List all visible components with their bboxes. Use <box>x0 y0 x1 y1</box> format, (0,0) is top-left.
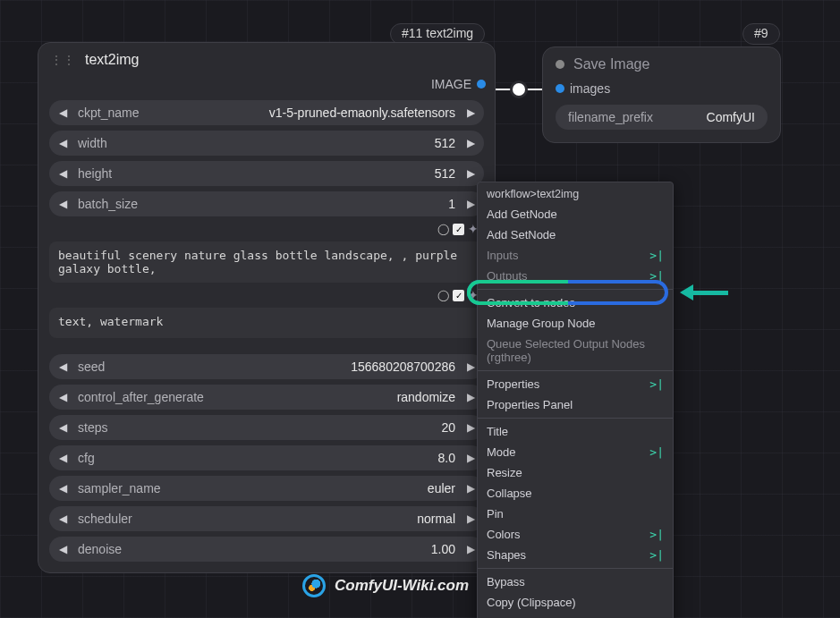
menu-item-label: Inputs <box>487 249 518 262</box>
prompt-neg-tools: ◯ ✓ ✦ <box>49 288 484 302</box>
chevron-left-icon[interactable] <box>55 198 71 210</box>
logo-icon <box>302 574 326 597</box>
menu-separator <box>478 568 673 569</box>
context-menu-item[interactable]: Inputs>| <box>478 245 673 266</box>
params-top: ckpt_name v1-5-pruned-emaonly.safetensor… <box>38 97 495 572</box>
circle-icon[interactable]: ◯ <box>437 289 449 301</box>
chevron-left-icon[interactable] <box>55 482 71 495</box>
menu-item-label: Properties <box>487 377 539 391</box>
chevron-right-icon[interactable] <box>462 106 479 119</box>
menu-item-label: Outputs <box>487 269 528 283</box>
context-menu-item[interactable]: Convert to nodes <box>478 292 673 313</box>
node-text2img[interactable]: ⋮⋮ text2img IMAGE ckpt_name v1-5-pruned-… <box>38 42 496 573</box>
output-port-row: IMAGE <box>38 75 495 97</box>
context-menu-item[interactable]: Title <box>478 421 673 442</box>
param-height[interactable]: height 512 <box>49 161 484 186</box>
status-dot-icon <box>556 60 564 69</box>
menu-item-label: Manage Group Node <box>487 317 595 330</box>
node-id-tag-9: #9 <box>742 23 780 45</box>
chevron-right-icon[interactable] <box>462 137 479 149</box>
context-menu-item[interactable]: Add SetNode <box>478 224 673 245</box>
input-port-label: images <box>570 81 610 96</box>
node-title-bar[interactable]: Save Image <box>543 47 780 80</box>
menu-item-label: Copy (Clipspace) <box>487 596 576 609</box>
context-menu-item[interactable]: Pin <box>478 504 673 524</box>
param-sampler-name[interactable]: sampler_name euler <box>49 476 484 501</box>
menu-item-label: Properties Panel <box>487 398 573 411</box>
node-title: Save Image <box>573 56 649 72</box>
chevron-left-icon[interactable] <box>55 106 71 119</box>
context-menu-breadcrumb: workflow>text2img <box>478 184 673 204</box>
param-cfg[interactable]: cfg 8.0 <box>49 445 484 470</box>
chevron-left-icon[interactable] <box>55 512 71 525</box>
drag-handle-icon[interactable]: ⋮⋮ <box>51 54 76 66</box>
context-menu-item[interactable]: Shapes>| <box>478 545 673 565</box>
submenu-indicator-icon: >| <box>649 548 664 562</box>
node-title-bar[interactable]: ⋮⋮ text2img <box>38 43 495 75</box>
menu-item-label: Collapse <box>487 487 532 500</box>
param-ckpt-name[interactable]: ckpt_name v1-5-pruned-emaonly.safetensor… <box>49 100 484 125</box>
context-menu[interactable]: workflow>text2img Add GetNodeAdd SetNode… <box>477 182 674 618</box>
output-port-label: IMAGE <box>431 77 471 91</box>
chevron-left-icon[interactable] <box>55 543 71 555</box>
context-menu-item[interactable]: Convert Widget to Input>| <box>478 613 673 618</box>
prompt-pos-tools: ◯ ✓ ✦ <box>49 222 484 236</box>
chevron-left-icon[interactable] <box>55 391 71 403</box>
prompt-positive[interactable]: beautiful scenery nature glass bottle la… <box>49 241 484 283</box>
context-menu-item[interactable]: Manage Group Node <box>478 313 673 334</box>
context-menu-item[interactable]: Mode>| <box>478 442 673 462</box>
arrow-callout-icon <box>680 284 728 301</box>
menu-separator <box>478 289 673 290</box>
menu-item-label: Convert to nodes <box>487 296 575 309</box>
menu-separator <box>478 370 673 371</box>
param-filename-prefix[interactable]: filename_prefix ComfyUI <box>556 105 768 130</box>
input-port-dot[interactable] <box>556 84 564 93</box>
checkbox-icon[interactable]: ✓ <box>453 224 464 235</box>
menu-item-label: Pin <box>487 507 504 521</box>
param-control-after-generate[interactable]: control_after_generate randomize <box>49 385 484 410</box>
checkbox-icon[interactable]: ✓ <box>453 290 464 301</box>
connection-handle-icon[interactable] <box>513 83 525 96</box>
menu-item-label: Shapes <box>487 548 526 562</box>
chevron-right-icon[interactable] <box>462 167 479 180</box>
prompt-negative[interactable]: text, watermark <box>49 308 484 338</box>
context-menu-item[interactable]: Colors>| <box>478 524 673 545</box>
menu-item-label: Queue Selected Output Nodes (rgthree) <box>487 337 664 364</box>
menu-separator <box>478 418 673 419</box>
chevron-left-icon[interactable] <box>55 167 71 180</box>
context-menu-item[interactable]: Properties>| <box>478 374 673 394</box>
param-seed[interactable]: seed 156680208700286 <box>49 354 484 379</box>
menu-item-label: Colors <box>487 528 521 541</box>
submenu-indicator-icon: >| <box>649 377 664 391</box>
input-port-row: images <box>543 80 780 101</box>
param-width[interactable]: width 512 <box>49 131 484 156</box>
context-menu-item[interactable]: Queue Selected Output Nodes (rgthree) <box>478 334 673 368</box>
chevron-left-icon[interactable] <box>55 421 71 434</box>
node-title: text2img <box>85 52 139 68</box>
submenu-indicator-icon: >| <box>649 249 664 262</box>
param-scheduler[interactable]: scheduler normal <box>49 506 484 531</box>
circle-icon[interactable]: ◯ <box>437 223 449 235</box>
context-menu-item[interactable]: Collapse <box>478 483 673 504</box>
chevron-left-icon[interactable] <box>55 452 71 464</box>
param-steps[interactable]: steps 20 <box>49 415 484 440</box>
submenu-indicator-icon: >| <box>649 269 664 283</box>
param-denoise[interactable]: denoise 1.00 <box>49 537 484 562</box>
param-batch-size[interactable]: batch_size 1 <box>49 191 484 216</box>
submenu-indicator-icon: >| <box>649 445 664 459</box>
chevron-left-icon[interactable] <box>55 360 71 373</box>
context-menu-item[interactable]: Add GetNode <box>478 204 673 224</box>
node-save-image[interactable]: Save Image images filename_prefix ComfyU… <box>542 47 781 143</box>
context-menu-item[interactable]: Properties Panel <box>478 394 673 415</box>
context-menu-item[interactable]: Bypass <box>478 571 673 592</box>
chevron-left-icon[interactable] <box>55 137 71 149</box>
menu-item-label: Resize <box>487 466 522 479</box>
watermark: ComfyUI-Wiki.com <box>302 574 469 597</box>
context-menu-item[interactable]: Outputs>| <box>478 266 673 286</box>
output-port-dot[interactable] <box>477 80 486 89</box>
context-menu-item[interactable]: Resize <box>478 462 673 483</box>
menu-item-label: Add SetNode <box>487 228 556 241</box>
menu-item-label: Mode <box>487 445 516 459</box>
context-menu-item[interactable]: Copy (Clipspace) <box>478 592 673 613</box>
menu-item-label: Title <box>487 425 508 438</box>
